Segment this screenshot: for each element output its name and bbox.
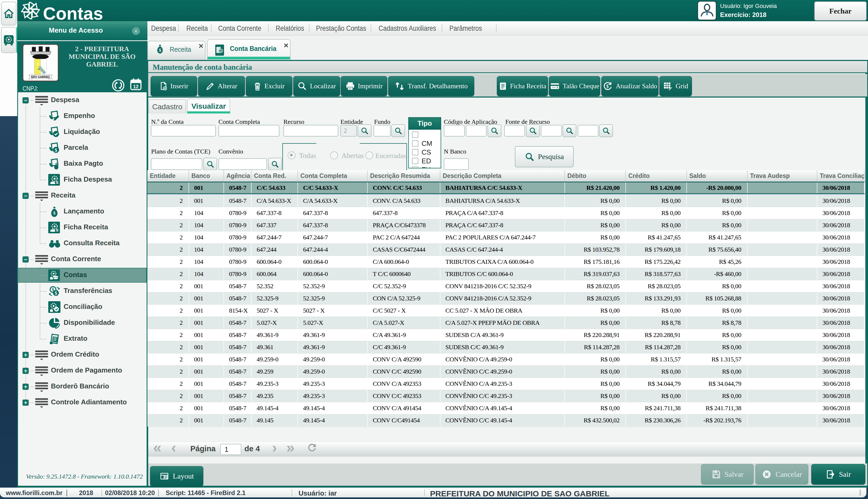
- svg-text:$: $: [53, 210, 56, 216]
- svg-text:$: $: [55, 147, 57, 153]
- svg-text:$: $: [55, 291, 57, 296]
- svg-text:SÃO GABRIEL: SÃO GABRIEL: [31, 75, 50, 78]
- svg-text:12: 12: [133, 84, 138, 89]
- svg-text:$: $: [606, 84, 609, 89]
- svg-text:$: $: [220, 49, 222, 53]
- svg-text:$: $: [557, 86, 558, 89]
- svg-text:$: $: [159, 48, 161, 53]
